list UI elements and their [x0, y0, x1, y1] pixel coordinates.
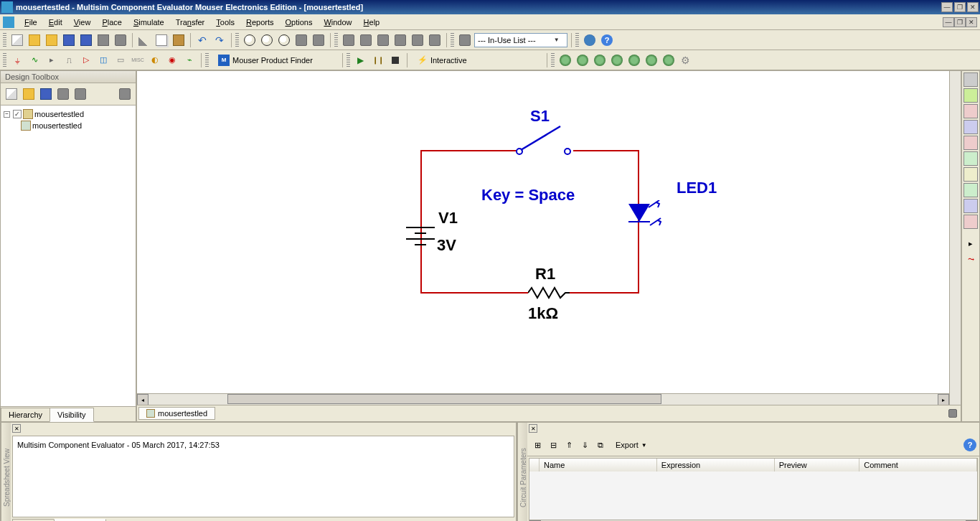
toolbox-settings-button[interactable]: [117, 86, 133, 102]
mdi-close-button[interactable]: ✕: [966, 17, 977, 27]
in-use-list-icon[interactable]: [457, 32, 473, 48]
menu-view[interactable]: View: [68, 17, 97, 28]
pause-button[interactable]: ❙❙: [370, 52, 386, 68]
toolbox-rename-button[interactable]: [72, 86, 88, 102]
wattmeter-button[interactable]: [963, 104, 978, 118]
place-transistor-button[interactable]: ⎍: [61, 52, 77, 68]
in-use-list-combo[interactable]: --- In-Use List --- ▼: [474, 33, 567, 47]
place-cmos-button[interactable]: ▭: [113, 52, 128, 68]
scroll-right-button[interactable]: ▸: [938, 394, 949, 405]
place-power-button[interactable]: ⌁: [182, 52, 197, 68]
menu-place[interactable]: Place: [96, 17, 128, 28]
toolbar-grip[interactable]: [575, 33, 579, 47]
sim-option-4[interactable]: [609, 52, 625, 68]
measurement-probe-button[interactable]: ▸: [963, 236, 978, 250]
place-basic-button[interactable]: ∿: [27, 52, 42, 68]
database-manager-button[interactable]: [410, 32, 425, 48]
vertical-scrollbar[interactable]: [949, 71, 961, 405]
horizontal-scrollbar[interactable]: ◂ ▸: [137, 393, 949, 405]
interactive-button[interactable]: ⚡ Interactive: [411, 52, 473, 68]
column-preview[interactable]: Preview: [775, 459, 860, 471]
four-channel-scope-button[interactable]: [963, 136, 978, 150]
toolbox-saveall-button[interactable]: [55, 86, 71, 102]
document-tab[interactable]: mousertestled: [138, 407, 215, 420]
battery-symbol[interactable]: [405, 222, 436, 250]
schematic-canvas[interactable]: S1 Key = Space V1 3V: [137, 71, 949, 393]
menu-simulate[interactable]: Simulate: [128, 17, 170, 28]
menu-tools[interactable]: Tools: [210, 17, 240, 28]
mdi-restore-button[interactable]: ❐: [954, 17, 966, 27]
toolbar-grip[interactable]: [347, 53, 350, 67]
wire-bottom-left[interactable]: [420, 292, 528, 294]
sim-option-5[interactable]: [626, 52, 642, 68]
move-up-button[interactable]: ⇑: [562, 438, 576, 452]
run-button[interactable]: ▶: [353, 52, 369, 68]
resistor-symbol[interactable]: [528, 286, 571, 301]
save-all-button[interactable]: [78, 32, 94, 48]
frequency-counter-button[interactable]: [963, 167, 978, 182]
wire-bottom-right[interactable]: [567, 292, 639, 294]
labview-instrument-button[interactable]: ⤳: [963, 252, 978, 266]
cut-button[interactable]: [136, 32, 152, 48]
toolbox-new-button[interactable]: [4, 86, 19, 102]
toolbar-grip[interactable]: [451, 33, 454, 47]
word-generator-button[interactable]: [963, 183, 978, 197]
toggle-grapher-button[interactable]: [358, 32, 374, 48]
oscilloscope-button[interactable]: [963, 120, 978, 134]
print-preview-button[interactable]: [113, 32, 128, 48]
menu-file[interactable]: File: [19, 17, 43, 28]
tree-child-item[interactable]: mousertestled: [4, 120, 133, 131]
scroll-left-button[interactable]: ◂: [137, 394, 149, 405]
redo-button[interactable]: ↷: [212, 32, 227, 48]
table-body[interactable]: [529, 471, 977, 520]
tree-checkbox[interactable]: ✓: [13, 110, 22, 118]
sim-option-7[interactable]: [661, 52, 677, 68]
led1-label[interactable]: LED1: [677, 179, 717, 197]
post-processor-button[interactable]: [375, 32, 391, 48]
toggle-breadboard-button[interactable]: [392, 32, 408, 48]
toolbar-grip[interactable]: [334, 33, 338, 47]
switch-key-label[interactable]: Key = Space: [481, 186, 575, 205]
zoom-full-button[interactable]: [311, 32, 326, 48]
place-indicator-button[interactable]: ◉: [164, 52, 180, 68]
zoom-in-button[interactable]: [242, 32, 258, 48]
wire-top-right[interactable]: [573, 150, 639, 151]
toolbox-open-button[interactable]: [21, 86, 37, 102]
electrical-rules-button[interactable]: [582, 32, 598, 48]
remove-param-button[interactable]: ⊟: [546, 438, 560, 452]
tree-collapse-icon[interactable]: −: [4, 111, 10, 118]
column-expression[interactable]: Expression: [657, 459, 775, 471]
new-button[interactable]: [9, 32, 25, 48]
tree-root-item[interactable]: − ✓ mousertestled: [4, 108, 133, 120]
zoom-sheet-button[interactable]: [293, 32, 309, 48]
sim-option-3[interactable]: [592, 52, 608, 68]
move-down-button[interactable]: ⇓: [578, 438, 592, 452]
toolbar-grip[interactable]: [551, 53, 555, 67]
zoom-area-button[interactable]: [276, 32, 292, 48]
led-symbol[interactable]: [625, 200, 675, 243]
print-button[interactable]: [95, 32, 111, 48]
undo-button[interactable]: ↶: [194, 32, 210, 48]
multimeter-button[interactable]: [963, 72, 978, 87]
menu-options[interactable]: Options: [280, 17, 319, 28]
close-button[interactable]: ✕: [967, 2, 979, 12]
component-wizard-button[interactable]: [427, 32, 443, 48]
help-button[interactable]: ?: [599, 32, 615, 48]
open-sample-button[interactable]: [44, 32, 60, 48]
sim-option-6[interactable]: [644, 52, 659, 68]
sim-option-2[interactable]: [575, 52, 590, 68]
menu-reports[interactable]: Reports: [240, 17, 280, 28]
copy-button[interactable]: [154, 32, 169, 48]
switch-s1-label[interactable]: S1: [530, 107, 550, 126]
maximize-button[interactable]: ❐: [954, 2, 966, 12]
menu-help[interactable]: Help: [358, 17, 386, 28]
sim-settings-button[interactable]: ⚙: [678, 52, 694, 68]
place-misc-digital-button[interactable]: MISC: [130, 52, 146, 68]
panel-close-button[interactable]: ✕: [12, 424, 21, 433]
panel-close-button[interactable]: ✕: [529, 424, 537, 433]
toolbar-grip[interactable]: [205, 53, 209, 67]
clone-button[interactable]: ⧉: [593, 438, 608, 452]
menu-edit[interactable]: Edit: [43, 17, 68, 28]
toolbar-grip[interactable]: [3, 33, 6, 47]
hierarchy-tab[interactable]: Hierarchy: [1, 408, 50, 422]
